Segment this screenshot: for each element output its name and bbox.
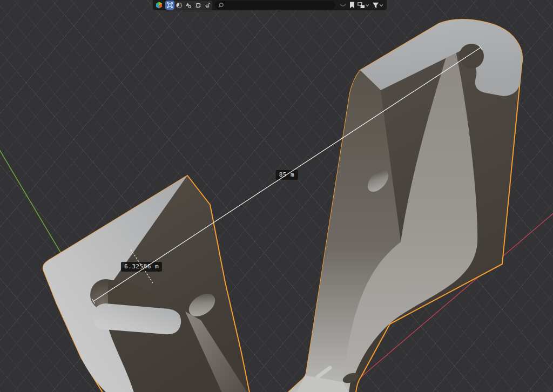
measurement-label-long: 85 m <box>276 170 298 180</box>
scene-objects <box>0 0 553 392</box>
box-select-button[interactable] <box>165 1 174 10</box>
select-tool-group <box>165 1 212 10</box>
display-layout-button[interactable] <box>356 1 370 10</box>
bookmark-icon <box>349 2 355 9</box>
layout-list-icon <box>358 2 365 9</box>
collapse-menu-button[interactable] <box>338 1 348 10</box>
globe-orbit-icon <box>195 2 201 9</box>
right-bracket-front-face <box>288 70 401 392</box>
app-logo-icon[interactable] <box>155 1 163 9</box>
search-icon <box>218 2 224 8</box>
cone-dot-icon <box>185 2 192 9</box>
right-bracket-slot-end <box>459 44 484 69</box>
search-input[interactable] <box>225 2 332 8</box>
viewport-3d[interactable]: 85 m 6.32586 m <box>0 0 553 392</box>
snap-element-button[interactable] <box>184 1 193 10</box>
shading-sphere-button[interactable] <box>174 1 184 10</box>
pie-sphere-icon <box>176 2 183 9</box>
measurement-label-short: 6.32586 m <box>121 262 162 272</box>
object-left-bracket[interactable] <box>43 175 249 392</box>
filter-funnel-icon <box>372 2 379 9</box>
chevron-down-icon <box>339 3 347 8</box>
chevron-down-icon <box>379 4 383 7</box>
bookmark-button[interactable] <box>348 1 356 10</box>
box-select-icon <box>167 2 173 8</box>
header-right-group <box>338 1 385 10</box>
broom-icon <box>204 2 211 9</box>
world-orbit-button[interactable] <box>193 1 203 10</box>
search-field[interactable] <box>215 1 335 9</box>
cleanup-button[interactable] <box>203 1 212 10</box>
filter-button[interactable] <box>371 1 385 10</box>
viewport-header <box>153 0 387 10</box>
object-right-bracket[interactable] <box>288 19 522 392</box>
chevron-down-icon <box>365 4 369 7</box>
